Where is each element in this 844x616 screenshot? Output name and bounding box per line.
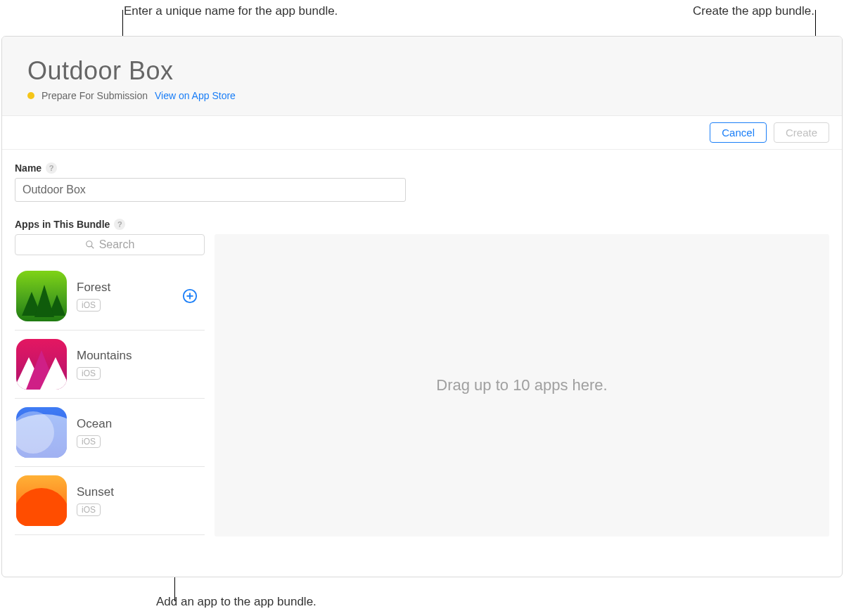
app-meta: MountainsiOS [77,349,132,380]
app-row[interactable]: SunsetiOS [15,467,205,535]
app-row[interactable]: ForestiOS [15,262,205,331]
callout-add-hint: Add an app to the app bundle. [156,595,316,609]
platform-badge: iOS [77,367,101,380]
bundle-section-label: Apps in This Bundle ? [15,219,829,230]
callout-create-hint: Create the app bundle. [693,4,814,18]
callout-name-hint: Enter a unique name for the app bundle. [124,4,338,18]
search-input[interactable]: Search [15,234,205,255]
cancel-button[interactable]: Cancel [710,122,767,143]
drop-zone[interactable]: Drag up to 10 apps here. [215,234,829,537]
toolbar: Cancel Create [2,116,842,150]
app-name: Mountains [77,349,132,363]
app-name: Ocean [77,417,112,431]
search-placeholder: Search [99,238,135,251]
drop-zone-hint: Drag up to 10 apps here. [436,376,607,394]
help-icon[interactable]: ? [46,162,57,174]
bundle-label-text: Apps in This Bundle [15,219,110,230]
apps-picker: Search ForestiOSMountainsiOSOceaniOSSuns… [15,234,205,535]
page-title: Outdoor Box [27,56,817,86]
help-icon[interactable]: ? [114,219,125,230]
status-row: Prepare For Submission View on App Store [27,90,817,101]
status-dot-icon [27,92,34,99]
app-icon [16,475,67,526]
bundle-editor-card: Outdoor Box Prepare For Submission View … [1,36,843,577]
app-row[interactable]: OceaniOS [15,399,205,467]
card-body: Name ? Apps in This Bundle ? Search [2,150,842,549]
app-row[interactable]: MountainsiOS [15,331,205,399]
create-button[interactable]: Create [774,122,829,143]
name-label-text: Name [15,162,41,174]
status-text: Prepare For Submission [41,90,148,101]
platform-badge: iOS [77,435,101,448]
view-on-app-store-link[interactable]: View on App Store [155,90,236,101]
platform-badge: iOS [77,299,101,312]
app-meta: SunsetiOS [77,485,114,516]
name-field-label: Name ? [15,162,829,174]
app-name: Sunset [77,485,114,499]
add-app-button[interactable] [182,288,198,304]
app-icon [16,271,67,321]
app-icon [16,407,67,458]
platform-badge: iOS [77,503,101,516]
svg-line-1 [91,246,94,249]
search-icon [85,240,95,250]
app-meta: ForestiOS [77,281,110,312]
svg-point-0 [86,241,91,247]
card-header: Outdoor Box Prepare For Submission View … [2,37,842,116]
app-icon [16,339,67,390]
bundle-name-input[interactable] [15,178,406,202]
app-list: ForestiOSMountainsiOSOceaniOSSunsetiOS [15,262,205,535]
app-meta: OceaniOS [77,417,112,448]
app-name: Forest [77,281,110,295]
